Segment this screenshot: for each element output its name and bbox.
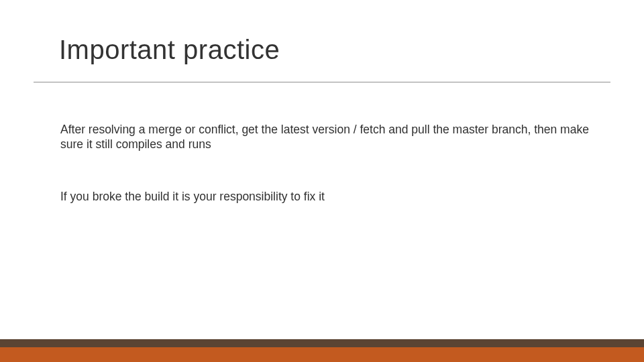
footer-stripe-top [0, 339, 644, 347]
footer-stripe-bottom [0, 347, 644, 362]
slide: Important practice After resolving a mer… [0, 0, 644, 362]
slide-title: Important practice [59, 35, 280, 65]
title-underline [34, 82, 610, 82]
body-paragraph-1: After resolving a merge or conflict, get… [60, 122, 590, 152]
body-paragraph-2: If you broke the build it is your respon… [60, 189, 590, 204]
footer-bar [0, 339, 644, 362]
